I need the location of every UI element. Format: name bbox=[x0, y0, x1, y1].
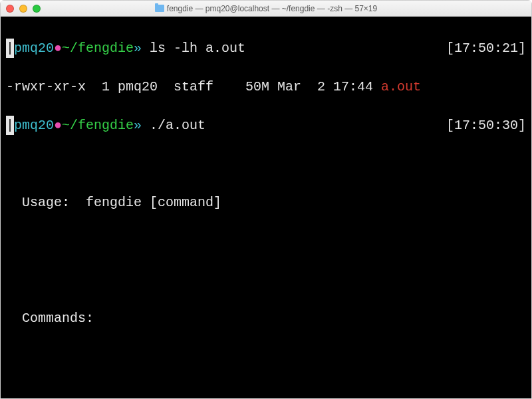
window-title: fengdie — pmq20@localhost — ~/fengdie — … bbox=[1, 4, 531, 13]
terminal-body[interactable]: |pmq20●~/fengdie» ls -lh a.out[17:50:21]… bbox=[1, 17, 531, 398]
ls-output-line: -rwxr-xr-x 1 pmq20 staff 50M Mar 2 17:44… bbox=[6, 77, 526, 96]
titlebar[interactable]: fengdie — pmq20@localhost — ~/fengdie — … bbox=[1, 1, 531, 17]
prompt-path: ~/fengdie bbox=[62, 41, 134, 56]
maximize-icon[interactable] bbox=[33, 5, 41, 13]
blank-line bbox=[6, 231, 526, 251]
ls-perms: -rwxr-xr-x bbox=[6, 77, 86, 96]
timestamp: [17:50:21] bbox=[446, 39, 526, 58]
commands-header: Commands: bbox=[6, 309, 526, 328]
close-icon[interactable] bbox=[6, 5, 14, 13]
commands-table: settings [options]开发者设置 init [options]初始… bbox=[6, 386, 526, 398]
prompt-user: pmq20 bbox=[14, 41, 54, 56]
timestamp: [17:50:30] bbox=[446, 116, 526, 135]
prompt-path: ~/fengdie bbox=[62, 118, 134, 133]
usage-line: Usage: fengdie [command] bbox=[6, 193, 526, 212]
prompt-dot: ● bbox=[54, 118, 62, 133]
blank-line bbox=[6, 270, 526, 289]
prompt-arrow: » bbox=[134, 118, 150, 133]
command-text: ./a.out bbox=[150, 118, 205, 133]
prompt-arrow: » bbox=[134, 41, 150, 56]
traffic-lights bbox=[6, 5, 41, 13]
minimize-icon[interactable] bbox=[19, 5, 27, 13]
blank-line bbox=[6, 347, 526, 366]
window-title-text: fengdie — pmq20@localhost — ~/fengdie — … bbox=[167, 4, 377, 13]
prompt-line-1: |pmq20●~/fengdie» ls -lh a.out[17:50:21] bbox=[6, 39, 526, 58]
folder-icon bbox=[155, 5, 164, 12]
ls-filename: a.out bbox=[381, 77, 421, 96]
cursor: | bbox=[6, 116, 14, 135]
prompt-line-2: |pmq20●~/fengdie» ./a.out[17:50:30] bbox=[6, 116, 526, 135]
command-text: ls -lh a.out bbox=[150, 41, 245, 56]
ls-mid: 1 pmq20 staff 50M Mar 2 17:44 bbox=[86, 77, 381, 96]
terminal-window: fengdie — pmq20@localhost — ~/fengdie — … bbox=[0, 0, 532, 399]
blank-line bbox=[6, 154, 526, 174]
prompt-dot: ● bbox=[54, 41, 62, 56]
cursor: | bbox=[6, 39, 14, 58]
prompt-user: pmq20 bbox=[14, 118, 54, 133]
